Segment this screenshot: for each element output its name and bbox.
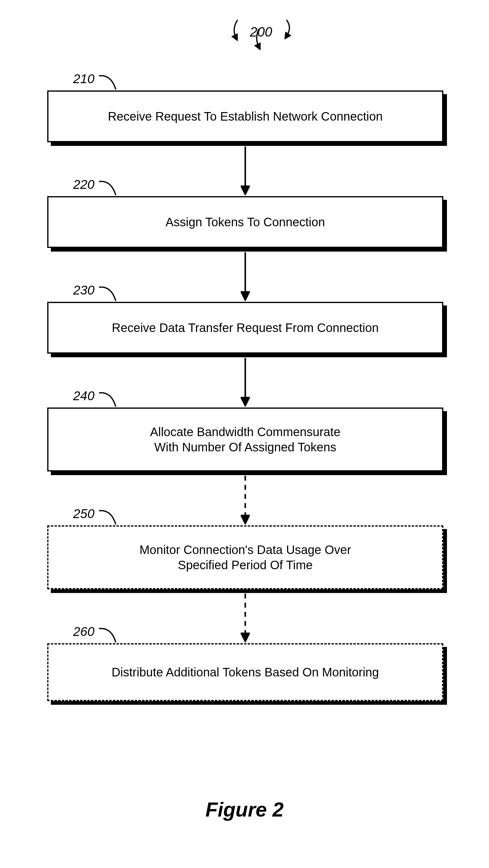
step-box: Receive Request To Establish Network Con…	[47, 90, 443, 142]
step-text: Assign Tokens To Connection	[165, 214, 325, 230]
step-box-dashed: Distribute Additional Tokens Based On Mo…	[47, 643, 443, 701]
leader-line-icon	[97, 286, 119, 304]
step-label: 240	[73, 389, 94, 403]
leader-line-icon	[97, 627, 119, 645]
step-label: 260	[73, 624, 94, 639]
step-box: Allocate Bandwidth Commensurate With Num…	[47, 407, 443, 471]
step-box-dashed: Monitor Connection's Data Usage Over Spe…	[47, 525, 443, 589]
arrow-down-icon	[241, 147, 250, 195]
step-text: Distribute Additional Tokens Based On Mo…	[112, 664, 379, 680]
step-text: Allocate Bandwidth Commensurate With Num…	[150, 424, 341, 455]
step-label: 230	[73, 283, 94, 298]
figure-caption: Figure 2	[0, 798, 489, 821]
step-label: 220	[73, 177, 94, 192]
step-text: Receive Data Transfer Request From Conne…	[112, 320, 379, 335]
arrow-down-icon	[241, 358, 250, 407]
step-box: Assign Tokens To Connection	[47, 196, 443, 248]
leader-line-icon	[97, 74, 119, 93]
step-box: Receive Data Transfer Request From Conne…	[47, 302, 443, 353]
arrow-down-dashed-icon	[241, 476, 250, 524]
figure-number-arrows-icon	[225, 17, 305, 50]
step-text: Monitor Connection's Data Usage Over Spe…	[140, 542, 351, 572]
step-label: 210	[73, 71, 94, 86]
step-label: 250	[73, 506, 94, 521]
arrow-down-icon	[241, 252, 250, 301]
arrow-down-dashed-icon	[241, 594, 250, 642]
leader-line-icon	[97, 509, 119, 527]
leader-line-icon	[97, 391, 119, 410]
step-text: Receive Request To Establish Network Con…	[108, 109, 383, 124]
leader-line-icon	[97, 180, 119, 198]
flowchart-canvas: 200 210 Receive Request To Establish Net…	[0, 0, 489, 868]
